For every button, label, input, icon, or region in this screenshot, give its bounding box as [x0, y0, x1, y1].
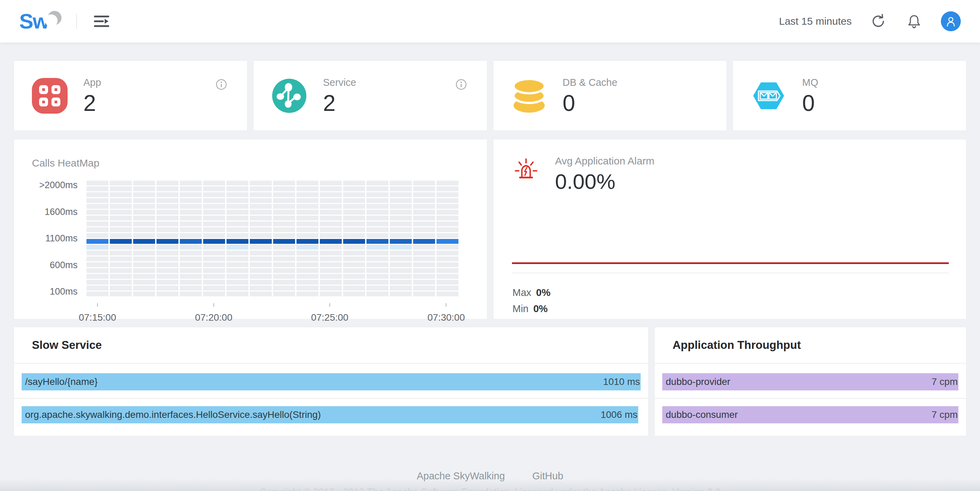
alarm-max-value: 0% [536, 287, 550, 298]
heatmap-x-tick [329, 303, 330, 307]
heatmap-cell [156, 210, 178, 215]
heatmap-cell [296, 216, 318, 220]
heatmap-cell [226, 222, 248, 226]
refresh-icon[interactable] [870, 12, 887, 30]
heatmap-cell [273, 216, 295, 220]
heatmap-cell [390, 292, 412, 297]
heatmap-cell [110, 262, 132, 267]
heatmap-cell [296, 286, 318, 290]
heatmap-cell [436, 251, 458, 255]
heatmap-cell [296, 251, 318, 255]
stat-value: 0 [563, 92, 618, 114]
throughput-cpm: 7 cpm [932, 373, 958, 391]
slow-service-panel: Slow Service /sayHello/{name} 1010 ms or… [14, 327, 649, 436]
heatmap-cell [320, 181, 342, 185]
heatmap-cell [273, 251, 295, 255]
heatmap-cell [110, 286, 132, 290]
user-avatar[interactable] [941, 11, 961, 31]
heatmap-cell [86, 204, 108, 209]
heatmap-cell [133, 192, 155, 197]
heatmap-cell [273, 204, 295, 209]
heatmap-cell [133, 262, 155, 267]
time-range-selector[interactable]: Last 15 minutes [779, 16, 852, 27]
heatmap-cell [86, 227, 108, 232]
info-icon[interactable] [215, 79, 227, 92]
heatmap-cell [156, 274, 178, 279]
heatmap-cell [86, 292, 108, 297]
heatmap-cell [436, 187, 458, 191]
calls-heatmap-ylabels: >2000ms1600ms1100ms600ms100ms [14, 181, 78, 297]
heatmap-cell [156, 292, 178, 297]
heatmap-cell [390, 222, 412, 226]
heatmap-cell [180, 262, 202, 267]
heatmap-cell [226, 280, 248, 285]
notifications-bell-icon[interactable] [905, 12, 923, 30]
heatmap-cell [390, 187, 412, 191]
heatmap-cell [320, 198, 342, 203]
heatmap-cell [436, 204, 458, 209]
heatmap-cell [250, 216, 272, 220]
alarm-max-label: Max [513, 287, 531, 298]
heatmap-cell [273, 239, 295, 244]
heatmap-y-label: 100ms [50, 287, 78, 297]
heatmap-cell [133, 280, 155, 285]
heatmap-cell [86, 245, 108, 250]
heatmap-cell [133, 286, 155, 290]
heatmap-cell [203, 210, 225, 215]
heatmap-cell [156, 222, 178, 226]
heatmap-cell [343, 204, 365, 209]
stat-label: DB & Cache [563, 77, 618, 88]
heatmap-cell [226, 204, 248, 209]
heatmap-cell [343, 187, 365, 191]
heatmap-cell [366, 280, 388, 285]
calls-heatmap-grid [86, 181, 458, 297]
heatmap-cell [180, 210, 202, 215]
heatmap-cell [86, 262, 108, 267]
heatmap-cell [413, 292, 435, 297]
info-icon[interactable] [455, 79, 467, 92]
heatmap-cell [390, 192, 412, 197]
heatmap-cell [366, 192, 388, 197]
heatmap-cell [203, 192, 225, 197]
alarm-siren-icon [513, 155, 539, 182]
heatmap-cell [343, 262, 365, 267]
heatmap-cell [273, 198, 295, 203]
heatmap-cell [343, 192, 365, 197]
heatmap-cell [413, 233, 435, 238]
stat-card-db-cache: DB & Cache 0 [493, 61, 727, 131]
footer-link-skywalking[interactable]: Apache SkyWalking [417, 470, 505, 482]
heatmap-cell [436, 274, 458, 279]
moon-icon [45, 9, 64, 27]
heatmap-cell [133, 216, 155, 220]
heatmap-y-label: 1100ms [45, 234, 78, 243]
heatmap-cell [180, 245, 202, 250]
heatmap-cell [390, 257, 412, 261]
heatmap-cell [413, 187, 435, 191]
stat-label: Service [323, 77, 356, 88]
heatmap-cell [133, 222, 155, 226]
heatmap-x-label: 07:20:00 [195, 312, 232, 323]
heatmap-cell [320, 280, 342, 285]
heatmap-cell [86, 216, 108, 220]
heatmap-cell [366, 292, 388, 297]
heatmap-cell [413, 268, 435, 273]
slow-service-latency: 1006 ms [600, 406, 637, 423]
collapse-menu-icon[interactable] [92, 12, 111, 31]
heatmap-cell [180, 204, 202, 209]
skywalking-logo[interactable]: Sw [19, 11, 64, 32]
heatmap-cell [320, 251, 342, 255]
app-grid-icon [32, 78, 68, 114]
logo-text: Sw [19, 11, 49, 32]
application-throughput-panel: Application Throughput dubbo-provider 7 … [654, 327, 966, 436]
top-navbar: Sw Last 15 minutes [0, 0, 980, 43]
heatmap-y-label: 1600ms [45, 207, 78, 217]
heatmap-cell [390, 181, 412, 185]
heatmap-cell [156, 268, 178, 273]
footer-link-github[interactable]: GitHub [532, 470, 563, 482]
heatmap-cell [86, 251, 108, 255]
heatmap-cell [86, 239, 108, 244]
heatmap-cell [390, 239, 412, 244]
heatmap-cell [133, 257, 155, 261]
heatmap-cell [343, 239, 365, 244]
heatmap-cell [250, 292, 272, 297]
